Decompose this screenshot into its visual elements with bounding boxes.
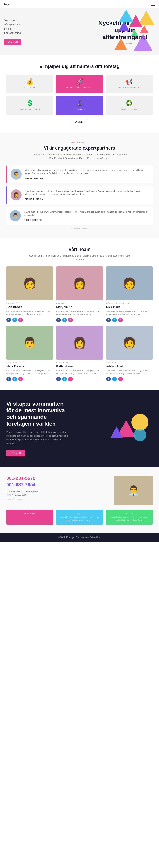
team-socials: f t ig — [56, 377, 103, 381]
twitter-icon[interactable]: t — [62, 377, 67, 381]
contact-box-pink[interactable]: HITTA HIT — [6, 509, 53, 525]
nav-logo: logo — [4, 3, 10, 6]
testimonial-card: 👩 Pharetra id vulputam eget team. Quisqu… — [6, 186, 153, 204]
contact-phone-1[interactable]: 001-234-5678 — [6, 475, 110, 481]
team-bio: Cras amet nisl libero molestie ante ut t… — [106, 310, 153, 316]
twitter-icon[interactable]: t — [12, 317, 17, 322]
twitter-icon[interactable]: t — [62, 317, 67, 322]
service-icon: ♟️ — [58, 99, 101, 106]
navbar: logo — [0, 0, 159, 8]
facebook-icon[interactable]: f — [56, 317, 61, 322]
service-card[interactable]: 🚀 NYSTARTADE FÖRETAG — [56, 74, 103, 93]
testimonial-card: 👨 Mauris augue neque gravida / fermentum… — [6, 207, 153, 225]
brand-shapes — [110, 409, 153, 448]
testimonial-text: Vitae iaculit tellus mauris a diam moles… — [25, 168, 149, 175]
service-card[interactable]: ♟️ STRATEGI — [56, 96, 103, 115]
service-label: INVESTERING — [108, 108, 150, 110]
team-photo: 👩 — [56, 266, 103, 300]
team-name: Mark Dawson — [6, 365, 53, 368]
team-role: KANSÖR — [56, 303, 103, 305]
facebook-icon[interactable]: f — [6, 317, 11, 322]
facebook-icon[interactable]: f — [106, 317, 111, 322]
twitter-icon[interactable]: t — [112, 377, 117, 381]
instagram-icon[interactable]: ig — [118, 377, 123, 381]
twitter-icon[interactable]: t — [112, 317, 117, 322]
team-name: Nick Dark — [106, 305, 153, 309]
read-more-button[interactable]: LÄS MER — [71, 119, 88, 124]
team-description: Ut enim ad minim veniam, quis nostrud ex… — [27, 254, 132, 261]
facebook-icon[interactable]: f — [56, 377, 61, 381]
team-socials: f t ig — [6, 377, 53, 381]
service-card[interactable]: 💲 KONSULTATIONER — [6, 96, 53, 115]
service-label: STRATEGI — [58, 108, 101, 110]
service-card[interactable]: 💰 ANTI-KRIS — [6, 74, 53, 93]
service-card[interactable]: 📢 MARKNADSFÖRING — [106, 74, 153, 93]
testimonials-label: VITTNESMÅL — [6, 142, 153, 144]
testimonials-heading: Vi är engagerade expertpartners — [6, 145, 153, 151]
instagram-icon[interactable]: ig — [18, 377, 23, 381]
testimonial-content: Mauris augue neque gravida / fermentum. … — [24, 210, 149, 222]
hero-section: Vad vi görVåra principerProjektFantastis… — [0, 8, 159, 55]
brand-left: Vi skapar varumärken för de mest innovat… — [6, 401, 70, 456]
service-label: KONSULTATIONER — [9, 108, 51, 110]
team-socials: f t ig — [6, 317, 53, 322]
hamburger-line-3 — [151, 5, 155, 5]
team-role: FINANSDIREKTÖR — [6, 362, 53, 364]
twitter-icon[interactable]: t — [12, 377, 17, 381]
testimonial-avatar: 👩 — [11, 189, 22, 200]
team-bio: Cras amet nisl libero molestie ante ut t… — [106, 369, 153, 375]
hamburger-line-2 — [151, 4, 155, 4]
brand-cta-button[interactable]: LÄS MER — [6, 450, 25, 456]
team-bio: Cras amet nisl libero molestie ante ut t… — [6, 310, 53, 316]
hero-nav-item[interactable]: Projekt — [4, 27, 21, 30]
hero-nav-item[interactable]: Vad vi gör — [4, 19, 21, 22]
facebook-icon[interactable]: f — [6, 377, 11, 381]
team-bio: Cras amet nisl libero molestie ante ut t… — [56, 369, 103, 375]
contact-boxes: HITTA HIT PLATS Samhälle eller Dina text… — [6, 509, 153, 525]
testimonial-card: 👨 Vitae iaculit tellus mauris a diam mol… — [6, 165, 153, 184]
team-role: DESIGNER — [56, 362, 103, 364]
team-bio: Cras amet nisl libero molestie ante ut t… — [56, 310, 103, 316]
team-avatar-icon: 🧑 — [23, 277, 36, 289]
team-card: 👩 DESIGNER Betty Nilson Cras amet nisl l… — [56, 326, 103, 381]
instagram-icon[interactable]: ig — [68, 377, 73, 381]
service-label: MARKNADSFÖRING — [108, 87, 150, 89]
shape-7 — [133, 34, 153, 51]
instagram-icon[interactable]: ig — [118, 317, 123, 322]
hero-cta-button[interactable]: LÄS MER — [4, 39, 21, 45]
contact-phone-2[interactable]: 001-987-7654 — [6, 482, 110, 488]
services-section: Vi hjälper dig att hantera ditt företag … — [0, 55, 159, 133]
shape-5 — [140, 26, 148, 33]
instagram-icon[interactable]: ig — [68, 317, 73, 322]
team-avatar-icon: 🧑 — [123, 336, 136, 349]
hero-nav-item[interactable]: Våra principer — [4, 23, 21, 26]
team-bio: Cras amet nisl libero molestie ante ut t… — [6, 369, 53, 375]
contact-box-green[interactable]: TIMMAR Samhälle eller Dina text läst bes… — [106, 509, 153, 525]
team-role: FÖRSÄLJNINGSCHEF — [106, 303, 153, 305]
service-icon: 💲 — [9, 99, 51, 106]
team-role: KASSÖRÖ — [6, 303, 53, 305]
contact-top: 001-234-5678 001-987-7654 121 Rock Sreet… — [6, 475, 153, 505]
team-card: 🧑 FÖRSÄLJNINGSCHEF Nick Dark Cras amet n… — [106, 266, 153, 322]
contact-box-teal[interactable]: PLATS Samhälle eller Dina text läst best… — [56, 509, 103, 525]
team-socials: f t ig — [106, 377, 153, 381]
team-heading: Vårt Team — [6, 247, 153, 252]
team-photo: 👩 — [56, 326, 103, 360]
team-card: 🧑 KASSÖRÖ Bob Brown Cras amet nisl liber… — [6, 266, 53, 322]
footer-text: © 2024 Företaget. Alla rättigheter förbe… — [58, 536, 101, 538]
facebook-icon[interactable]: f — [106, 377, 111, 381]
brand-shape-4 — [133, 429, 146, 441]
brand-heading: Vi skapar varumärken för de mest innovat… — [6, 401, 70, 427]
brand-section: Vi skapar varumärken för de mest innovat… — [0, 390, 159, 467]
testimonials-img-credit: Bilder från Freepik — [6, 228, 153, 230]
contact-section: 001-234-5678 001-987-7654 121 Rock Sreet… — [0, 467, 159, 533]
instagram-icon[interactable]: ig — [18, 317, 23, 322]
shape-4 — [119, 9, 133, 22]
testimonial-avatar: 👨 — [10, 210, 21, 221]
service-icon: 📢 — [108, 78, 150, 85]
service-card[interactable]: ♻️ INVESTERING — [106, 96, 153, 115]
hero-nav-item[interactable]: Fantastiskt lag — [4, 32, 21, 35]
brand-shape-3 — [110, 427, 123, 438]
team-role: UTVECKLARE — [106, 362, 153, 364]
hamburger-button[interactable] — [151, 3, 155, 5]
